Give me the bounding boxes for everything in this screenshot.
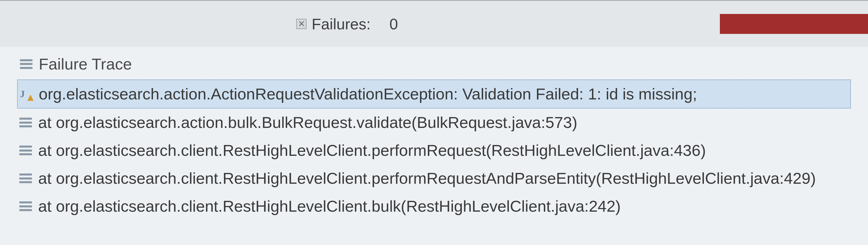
trace-row-exception[interactable]: J org.elasticsearch.action.ActionRequest… [17,80,851,109]
trace-text: at org.elasticsearch.client.RestHighLeve… [38,196,621,216]
stack-frame-icon [19,174,32,183]
trace-text: org.elasticsearch.action.ActionRequestVa… [39,84,697,104]
trace-row[interactable]: at org.elasticsearch.action.bulk.BulkReq… [17,109,851,136]
stack-frame-icon [19,118,32,127]
failures-x-icon: ✕ [296,19,307,29]
failure-trace-panel: Failure Trace J org.elasticsearch.action… [0,47,868,245]
stack-frame-icon [19,146,32,155]
trace-text: at org.elasticsearch.client.RestHighLeve… [38,169,816,188]
trace-text: at org.elasticsearch.client.RestHighLeve… [38,141,706,160]
stack-frame-icon [19,202,32,211]
failures-count: 0 [390,15,398,33]
failure-trace-title: Failure Trace [39,55,132,73]
trace-row[interactable]: at org.elasticsearch.client.RestHighLeve… [17,136,851,164]
trace-row[interactable]: at org.elasticsearch.client.RestHighLeve… [17,164,851,192]
failures-label: Failures: [312,15,371,33]
java-exception-icon: J [20,88,32,100]
trace-row[interactable]: at org.elasticsearch.client.RestHighLeve… [17,192,851,220]
test-summary-bar: ✕ Failures: 0 [0,1,868,47]
stack-trace-icon [20,59,32,69]
failures-count-block: ✕ Failures: 0 [296,15,398,33]
failure-trace-header: Failure Trace [0,52,868,80]
failure-trace-list[interactable]: J org.elasticsearch.action.ActionRequest… [0,80,868,220]
test-progress-bar [720,14,868,34]
trace-text: at org.elasticsearch.action.bulk.BulkReq… [38,113,578,132]
